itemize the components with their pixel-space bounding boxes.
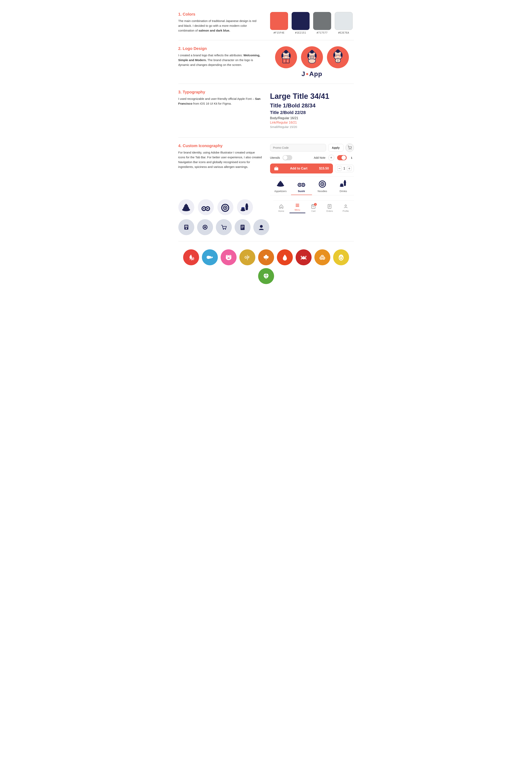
category-tabs: Appetizers [270,176,354,195]
nav-icon-restaurant[interactable] [178,219,194,235]
typography-desc: I used recognizable and user-friendly of… [178,96,262,106]
add-note-button[interactable]: + [328,155,334,161]
tab-sushi[interactable]: Sushi [291,178,312,195]
svg-point-25 [339,55,341,57]
sesame-icon [262,272,270,281]
nav-icon-cart[interactable] [216,219,232,235]
svg-point-71 [203,208,205,209]
typo-link: Link/Regular 16/21 [270,121,354,124]
nav-icon-orders[interactable] [235,219,251,235]
add-to-cart-button[interactable]: Add to Cart $15.50 [270,164,333,173]
nav-icon-menu[interactable] [197,219,213,235]
bottom-nav: Home Menu [273,200,354,214]
food-icon-sushi[interactable] [198,199,214,215]
svg-point-14 [307,53,309,57]
allergen-shellfish[interactable] [295,249,312,265]
logo-area: 字 本 [270,46,354,78]
tab-sushi-label: Sushi [298,190,305,193]
allergen-spicy[interactable] [183,249,199,265]
shellfish-icon [299,253,308,262]
svg-point-4 [289,53,291,57]
typo-title2: Title 2/Bold 22/28 [270,110,354,115]
tab-appetizers-label: Appetizers [274,190,287,193]
nav-item-profile[interactable]: Profile [338,204,354,212]
nav-icon-profile[interactable] [253,219,269,235]
logo-icons-row: 字 本 [275,46,349,68]
sushi-food-icon [200,202,211,213]
allergen-egg[interactable] [333,249,349,265]
nav-icons-row [178,219,269,235]
orders-nav-icon [238,223,246,231]
logo-section: 2. Logo Design I created a brand logo th… [178,40,354,84]
sushi-icon [296,178,306,189]
tab-drinks[interactable]: Drinks [333,178,354,195]
quantity-control: 1 [335,165,354,172]
allergen-oil[interactable] [277,249,293,265]
allergen-wheat[interactable] [258,249,274,265]
food-icon-drinks[interactable] [237,199,253,215]
qty-minus[interactable] [337,166,342,171]
iconography-right: Apply Utensils Add Note + [270,143,354,195]
icons-bottom-section: Home Menu [178,199,354,235]
svg-point-13 [311,50,313,52]
tab-appetizers[interactable]: Appetizers [270,178,291,195]
svg-rect-100 [295,204,299,204]
promo-input[interactable] [270,144,326,152]
typo-title1: Title 1/Bold 28/34 [270,102,354,109]
svg-rect-98 [241,228,243,228]
logo-icon-prayer [327,46,349,68]
color-label-2: #1E2151 [295,31,306,34]
nav-item-cart[interactable]: 1 Cart [305,204,322,212]
svg-point-21 [337,49,339,51]
allergen-pork[interactable] [221,249,237,265]
svg-rect-32 [349,167,350,169]
svg-point-79 [224,207,226,209]
typography-title: 3. Typography [178,90,262,94]
apply-button[interactable]: Apply [328,144,344,152]
profile-icon [343,204,348,209]
svg-rect-88 [185,227,188,227]
appetizers-shadow [178,199,194,215]
svg-rect-57 [344,180,346,181]
logo-left: 2. Logo Design I created a brand logo th… [178,46,262,67]
logo-desc: I created a brand logo that reflects the… [178,53,262,67]
nav-item-orders[interactable]: Orders [322,204,338,212]
cart-icon-button[interactable] [346,143,354,152]
svg-point-2 [285,50,287,52]
allergen-gluten[interactable]: G F [239,249,255,265]
svg-rect-87 [185,226,188,226]
color-label-4: #E2E7EA [338,31,349,34]
tab-noodles[interactable]: Noodles [312,178,333,195]
nav-item-menu[interactable]: Menu [289,203,305,213]
allergen-fish[interactable] [202,249,218,265]
nav-menu-label: Menu [294,209,300,211]
svg-rect-81 [245,206,248,207]
colors-title: 1. Colors [178,12,262,16]
allergen-sesame[interactable] [258,268,274,284]
nav-item-home[interactable]: Home [273,204,290,212]
typo-small: Small/Regular 15/20 [270,125,354,129]
nav-active-indicator [290,213,305,213]
utensils-toggle[interactable] [283,155,292,160]
svg-point-27 [349,149,349,150]
nav-orders-label: Orders [326,210,333,212]
color-box-dark-blue [292,12,310,30]
allergen-eggs[interactable] [314,249,330,265]
logo-dot [306,73,308,75]
toggle-on-switch[interactable] [337,155,347,160]
svg-point-115 [229,258,229,258]
svg-rect-55 [344,180,346,186]
svg-rect-80 [245,204,248,210]
qty-plus[interactable] [347,166,352,171]
food-icon-appetizers[interactable] [178,199,194,215]
svg-point-125 [302,256,306,259]
svg-point-24 [335,55,337,57]
svg-point-139 [323,257,324,259]
svg-point-140 [322,256,323,257]
svg-point-22 [333,53,335,57]
spicy-icon [187,253,195,262]
food-icon-noodles[interactable] [217,199,233,215]
nav-cart-label: Cart [311,210,316,212]
drinks-icon [338,178,348,189]
svg-point-3 [281,53,283,57]
